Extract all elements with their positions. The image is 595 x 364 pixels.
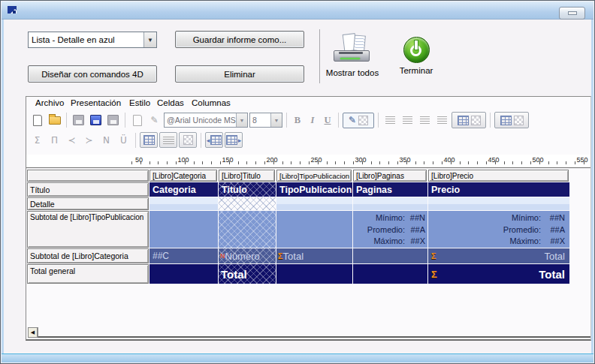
ruler-label: 100 xyxy=(176,156,191,164)
cell-title-titulo[interactable]: Titulo xyxy=(219,182,276,197)
cell-detail-paginas[interactable] xyxy=(353,197,427,210)
save-blue-icon[interactable] xyxy=(88,113,104,128)
cell-title-tipopublicacion[interactable]: TipoPublicacion xyxy=(276,182,352,197)
cell-subtipo-precio[interactable]: Mínimo:##N Promedio:##A Máximo:##X xyxy=(428,211,569,248)
row-label-detalle[interactable]: Detalle xyxy=(27,197,149,210)
bold-button[interactable]: B xyxy=(291,113,304,127)
template-dropdown[interactable]: Lista - Detalle en azul ▼ xyxy=(28,32,157,48)
underline-button[interactable]: U xyxy=(321,113,334,127)
cell-pattern-icon[interactable] xyxy=(179,132,197,148)
corner-header-cell[interactable] xyxy=(27,170,149,182)
move-column-left-icon[interactable]: ◂ xyxy=(205,132,223,148)
horizontal-scrollbar[interactable] xyxy=(38,327,590,338)
row-label-subtotal-categoria[interactable]: Subtotal de [Libro]Categoria xyxy=(27,248,149,263)
show-all-button[interactable]: Mostrar todos xyxy=(319,34,386,77)
stamp-icon[interactable]: ✎ xyxy=(146,113,162,128)
window-border-bottom xyxy=(2,353,593,362)
menu-estilo[interactable]: Estilo xyxy=(129,98,150,107)
row-label-subtotal-tipopublicacion[interactable]: Subtotal de [Libro]TipoPublicacion xyxy=(27,211,149,248)
save-report-as-button[interactable]: Guardar informe como... xyxy=(175,31,304,48)
menu-archivo[interactable]: Archivo xyxy=(35,98,64,107)
count-icon[interactable]: Π xyxy=(47,133,62,148)
cell-subtipo-categoria[interactable] xyxy=(150,211,218,248)
chevron-down-icon[interactable]: ▼ xyxy=(270,113,282,127)
finish-button[interactable]: Terminar xyxy=(382,37,450,75)
cell-detail-categoria[interactable] xyxy=(150,197,218,210)
chevron-down-icon[interactable]: ▼ xyxy=(236,113,247,127)
save-icon-disabled[interactable] xyxy=(71,113,86,128)
cell-fill-pattern-button[interactable] xyxy=(494,112,529,128)
cell-title-categoria[interactable]: Categoria xyxy=(150,182,218,197)
grid-icon xyxy=(500,116,512,125)
cell-total-paginas[interactable] xyxy=(353,264,427,284)
menu-celdas[interactable]: Celdas xyxy=(157,98,184,107)
average-icon[interactable]: N xyxy=(98,133,114,148)
cell-subcat-titulo[interactable]: N Número xyxy=(219,248,276,263)
align-center-icon[interactable] xyxy=(400,113,415,128)
row-display-icon[interactable] xyxy=(159,132,177,148)
toolbar-separator xyxy=(490,113,491,128)
menu-columnas[interactable]: Columnas xyxy=(192,98,231,107)
cell-total-tipopublicacion[interactable] xyxy=(276,264,352,284)
row-label-total-general[interactable]: Total general xyxy=(27,264,149,284)
sum-icon: Σ xyxy=(278,252,283,260)
open-folder-icon[interactable] xyxy=(47,113,62,128)
toolbar-separator xyxy=(338,113,339,128)
cell-subcat-precio[interactable]: Σ Total xyxy=(428,248,569,263)
field-header-categoria[interactable]: [Libro]Categoria xyxy=(150,170,217,182)
cell-subtipo-paginas[interactable]: Mínimo:##N Promedio:##A Máximo:##X xyxy=(353,211,427,248)
field-header-tipopublicacion[interactable]: [Libro]TipoPublicacion xyxy=(276,170,352,182)
new-document-icon[interactable] xyxy=(29,113,45,128)
pattern-swatch-icon xyxy=(471,116,481,125)
cell-subtipo-titulo[interactable] xyxy=(219,211,276,248)
report-editor-panel: Archivo Presentación Estilo Celdas Colum… xyxy=(26,96,591,341)
titlebar[interactable] xyxy=(2,2,593,20)
ruler: 50 100 150 200 250 300 350 400 450 500 5… xyxy=(26,155,590,168)
minimum-icon[interactable]: ≺ xyxy=(64,133,80,148)
pattern-swatch-icon xyxy=(358,116,368,125)
cell-total-titulo[interactable]: Total xyxy=(219,264,276,284)
menu-presentacion[interactable]: Presentación xyxy=(71,98,121,107)
maximum-icon[interactable]: ≻ xyxy=(81,133,97,148)
pen-color-button[interactable]: ✎ xyxy=(343,113,374,128)
font-family-value: @Arial Unicode MS xyxy=(167,116,236,125)
cell-total-categoria[interactable] xyxy=(150,264,218,284)
scroll-left-button[interactable]: ◀ xyxy=(28,327,38,338)
grid-icon xyxy=(458,116,469,125)
cell-subcat-categoria[interactable]: ##C xyxy=(150,248,218,263)
ruler-label: 450 xyxy=(486,156,501,164)
cell-detail-precio[interactable] xyxy=(428,197,569,210)
row-label-titulo[interactable]: Título xyxy=(27,182,149,197)
print-preview-icon[interactable] xyxy=(129,113,145,128)
window-minimize-button[interactable] xyxy=(559,7,585,20)
field-header-titulo[interactable]: [Libro]Titulo xyxy=(219,170,275,182)
cell-border-pattern-button[interactable] xyxy=(452,112,486,128)
cell-subcat-paginas[interactable] xyxy=(353,248,427,263)
cell-detail-titulo[interactable] xyxy=(219,197,276,210)
align-left-icon[interactable] xyxy=(382,113,398,128)
cell-title-paginas[interactable]: Paginas xyxy=(353,182,427,197)
toolbar-separator xyxy=(201,133,201,148)
std-deviation-icon[interactable]: Ü xyxy=(116,133,131,148)
delete-button[interactable]: Eliminar xyxy=(175,65,304,83)
cell-total-precio[interactable]: Σ Total xyxy=(428,264,569,284)
insert-column-icon[interactable] xyxy=(140,132,158,148)
move-column-right-icon[interactable]: ▸ xyxy=(225,132,243,148)
field-header-paginas[interactable]: [Libro]Paginas xyxy=(353,170,427,182)
sum-icon[interactable]: Σ xyxy=(29,133,45,148)
ruler-label: 300 xyxy=(353,156,368,164)
align-right-icon[interactable] xyxy=(417,113,433,128)
cell-title-precio[interactable]: Precio xyxy=(428,182,569,197)
cell-subtipo-tipopublicacion[interactable] xyxy=(276,211,352,248)
chevron-down-icon[interactable]: ▼ xyxy=(143,32,156,47)
cell-subcat-tipopublicacion[interactable]: Σ Total xyxy=(276,248,352,263)
field-header-precio[interactable]: [Libro]Precio xyxy=(428,170,569,182)
cell-detail-tipopublicacion[interactable] xyxy=(276,197,352,210)
menubar: Archivo Presentación Estilo Celdas Colum… xyxy=(26,98,590,110)
font-family-combo[interactable]: @Arial Unicode MS ▼ xyxy=(164,113,248,128)
font-size-combo[interactable]: 8 ▼ xyxy=(249,113,282,128)
design-with-4d-commands-button[interactable]: Diseñar con comandos 4D xyxy=(28,65,157,83)
align-justify-icon[interactable] xyxy=(434,113,450,128)
save-as-icon-disabled[interactable] xyxy=(105,113,121,128)
italic-button[interactable]: I xyxy=(306,113,319,127)
